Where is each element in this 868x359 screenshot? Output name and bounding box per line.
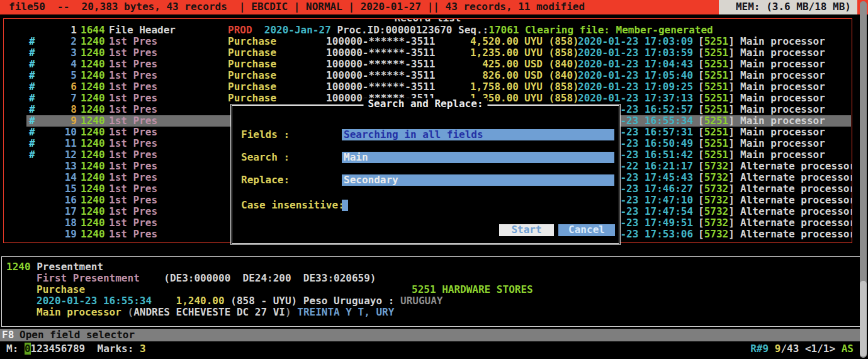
record-row-6[interactable]: #612401st PresPurchase100000-******-3511… [4, 81, 852, 93]
transaction-type: Purchase [228, 70, 276, 81]
transaction-type: Purchase [228, 93, 276, 104]
search-input[interactable]: Main [342, 152, 614, 163]
marks-count: 3 [140, 343, 146, 355]
modified-mark: # [29, 115, 35, 127]
replace-label: Replace: [241, 174, 290, 186]
bracket-close: ] [728, 194, 735, 206]
record-number: 10 [47, 127, 77, 138]
record-mti: 1240 [81, 161, 105, 172]
detail-line-function: First Presentment (DE3:000000 DE24:200 D… [37, 273, 376, 284]
amount: 1,758.00 [431, 81, 519, 93]
record-number: 11 [47, 138, 77, 149]
record-mti: 1240 [81, 149, 105, 161]
currency: USD (840) [524, 70, 579, 81]
bracket-close: ] [728, 58, 735, 70]
record-row-1[interactable]: 11644File HeaderPROD 2020-Jan-27 Proc.ID… [4, 25, 852, 36]
mcc-code: [5732] [698, 206, 735, 217]
clearing-file-note: Clearing file: Member-generated [525, 24, 713, 36]
record-row-3[interactable]: #312401st PresPurchase100000-******-3511… [4, 47, 852, 59]
currency: USD (840) [524, 59, 579, 70]
fkey-action-label: Open field selector [20, 329, 135, 341]
bracket-close: ] [728, 149, 735, 161]
processor-name: Alternate processor [740, 183, 852, 195]
record-type-name: 1st Pres [109, 59, 157, 70]
processor-name: Main processor [740, 138, 825, 149]
bracket-open: [ [698, 47, 704, 59]
bracket-open: [ [698, 103, 704, 115]
mcc-value: 5732 [704, 228, 729, 240]
mcc-code: [5251] [698, 47, 735, 59]
detail-transaction-type: Purchase [37, 283, 85, 295]
bracket-close: ] [728, 103, 735, 115]
case-insensitive-input[interactable] [342, 200, 348, 211]
modified-mark: # [29, 127, 35, 138]
record-type-name: 1st Pres [109, 229, 157, 240]
record-type-name: 1st Pres [109, 195, 157, 206]
record-type-name: 1st Pres [109, 206, 157, 217]
modified-mark: # [29, 93, 35, 104]
detail-mti: 1240 [6, 261, 31, 273]
scrollbar-thumb[interactable] [860, 281, 867, 356]
record-type-name: File Header [109, 25, 176, 36]
mcc-value: 5732 [704, 205, 729, 217]
seq-label: Seq.: [458, 24, 488, 36]
processor-name: Main processor [740, 36, 825, 47]
processor-name: Main processor [740, 115, 825, 127]
mcc-code: [5251] [698, 138, 735, 149]
mcc-value: 5251 [704, 81, 729, 93]
mcc-code: [5251] [698, 59, 735, 70]
text [331, 24, 337, 36]
mcc-code: [5251] [698, 81, 735, 93]
mark-digits: 123456789 [31, 343, 86, 355]
mcc-code: [5251] [698, 115, 735, 127]
record-type-name: 1st Pres [109, 127, 157, 138]
mcc-code: [5251] [698, 36, 735, 47]
record-mti: 1240 [81, 172, 105, 183]
terminal-screen: file50 -- 20,383 bytes, 43 records | EBC… [0, 0, 868, 359]
record-number: 5 [47, 70, 77, 81]
position-status: R#9 9/43 <1/1> AS [750, 343, 854, 355]
fields-label: Fields : [241, 129, 290, 140]
record-mti: 1240 [81, 115, 105, 127]
record-number: 7 [47, 93, 77, 104]
scrollbar[interactable] [860, 1, 867, 358]
bracket-open: [ [698, 35, 704, 47]
modified-mark: # [29, 70, 35, 81]
processor-name: Alternate processor [740, 229, 852, 240]
record-row-4[interactable]: #412401st PresPurchase100000-******-3511… [4, 59, 852, 70]
record-detail-panel: 1240 Presentment First Presentment (DE3:… [1, 256, 867, 327]
record-type-name: 1st Pres [109, 172, 157, 183]
amount: 4,520.00 [431, 36, 519, 47]
record-ref: R#9 [750, 343, 769, 355]
mcc-code: [5251] [698, 70, 735, 81]
bracket-open: [ [698, 194, 704, 206]
fkey-f8[interactable]: F8 [2, 329, 14, 341]
mcc-value: 5251 [704, 149, 729, 161]
function-key-bar[interactable]: F8 Open field selector [0, 329, 860, 341]
file-date: 2020-Jan-27 [264, 24, 331, 36]
processor-name: Main processor [740, 127, 825, 138]
record-row-2[interactable]: #212401st PresPurchase100000-******-3511… [4, 36, 852, 47]
record-number: 17 [47, 206, 77, 217]
record-number: 1 [47, 25, 77, 36]
replace-input[interactable]: Secondary [342, 174, 614, 186]
record-type-name: 1st Pres [109, 70, 157, 81]
mcc-code: [5732] [698, 217, 735, 229]
memory-text: MEM: (3.6 MB/18 MB) [736, 1, 851, 13]
bracket-close: ] [728, 160, 735, 172]
record-mti: 1240 [81, 229, 105, 240]
mcc-value: 5251 [704, 47, 729, 59]
record-row-5[interactable]: #512401st PresPurchase100000-******-3511… [4, 70, 852, 81]
record-type-name: 1st Pres [109, 93, 157, 104]
start-button[interactable]: Start [499, 224, 554, 236]
processor-name: Main processor [740, 47, 825, 59]
cancel-button[interactable]: Cancel [558, 224, 615, 236]
fields-input[interactable]: Searching in all fields [342, 129, 614, 140]
mcc-value: 5251 [704, 103, 729, 115]
bracket-open: [ [698, 171, 704, 183]
fields-value: Searching in all fields [344, 128, 483, 140]
proc-id-label: Proc.ID: [337, 24, 385, 36]
bracket-open: [ [698, 149, 704, 161]
bracket-close: ] [728, 126, 735, 138]
case-insensitive-label: Case insensitive: [241, 200, 344, 211]
